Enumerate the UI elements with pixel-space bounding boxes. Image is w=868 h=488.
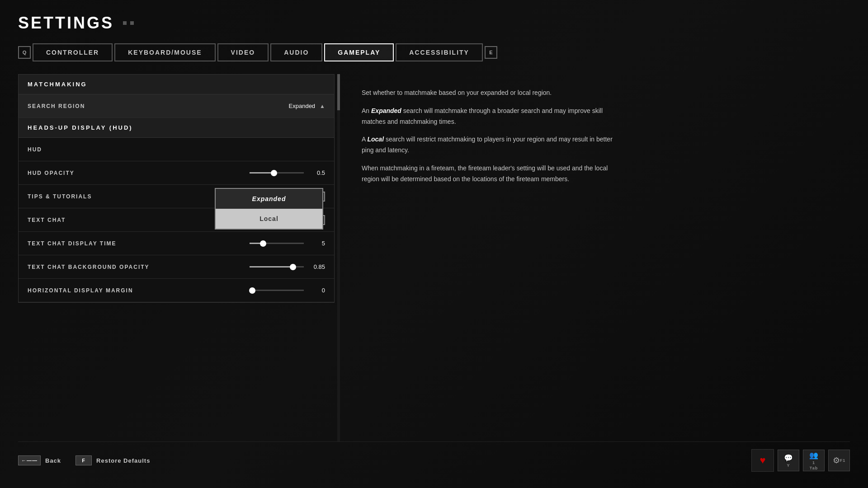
tab-audio[interactable]: AUDIO bbox=[270, 43, 322, 61]
tab-controller[interactable]: CONTROLLER bbox=[33, 43, 113, 61]
header: SETTINGS bbox=[18, 9, 850, 33]
setting-horizontal-display-margin: HORIZONTAL DISPLAY MARGIN 0 bbox=[19, 279, 334, 302]
restore-label: Restore Defaults bbox=[96, 457, 150, 464]
text-chat-bg-opacity-label: TEXT CHAT BACKGROUND OPACITY bbox=[28, 264, 150, 270]
text-chat-bg-opacity-slider[interactable]: 0.85 bbox=[250, 263, 325, 270]
text-chat-display-time-label: TEXT CHAT DISPLAY TIME bbox=[28, 240, 116, 247]
scrollbar[interactable] bbox=[337, 74, 340, 441]
text-chat-display-time-track bbox=[250, 243, 304, 244]
search-region-text: Expanded bbox=[289, 103, 316, 109]
players-icon: 👥 bbox=[809, 451, 818, 460]
restore-defaults-button[interactable]: F Restore Defaults bbox=[75, 455, 150, 465]
scrollbar-thumb[interactable] bbox=[337, 74, 340, 110]
right-panel: Set whether to matchmake based on your e… bbox=[335, 74, 850, 441]
tab-gameplay[interactable]: GAMEPLAY bbox=[324, 43, 394, 61]
dot-1 bbox=[123, 21, 127, 25]
setting-text-chat-bg-opacity: TEXT CHAT BACKGROUND OPACITY 0.85 bbox=[19, 255, 334, 279]
setting-text-chat-display-time: TEXT CHAT DISPLAY TIME 5 bbox=[19, 232, 334, 255]
left-panel: MATCHMAKING SEARCH REGION Expanded ▲ HEA… bbox=[18, 74, 335, 441]
tab-key-label: Tab bbox=[810, 466, 818, 470]
hud-opacity-thumb[interactable] bbox=[271, 170, 277, 176]
left-key-badge: Q bbox=[18, 46, 31, 59]
text-chat-display-time-slider[interactable]: 5 bbox=[250, 240, 325, 247]
hud-opacity-value: 0.5 bbox=[309, 169, 325, 176]
text-chat-bg-opacity-value: 0.85 bbox=[309, 263, 325, 270]
heart-icon: ♥ bbox=[751, 449, 774, 472]
players-hud-button[interactable]: 👥 1 Tab bbox=[803, 450, 825, 471]
content-area: MATCHMAKING SEARCH REGION Expanded ▲ HEA… bbox=[18, 74, 850, 441]
horizontal-display-margin-value: 0 bbox=[309, 287, 325, 294]
setting-hud: HUD bbox=[19, 138, 334, 161]
expanded-label: Expanded bbox=[371, 107, 401, 114]
setting-search-region[interactable]: SEARCH REGION Expanded ▲ bbox=[19, 94, 334, 118]
search-region-value: Expanded ▲ bbox=[289, 103, 325, 109]
bottom-left: ←—— Back F Restore Defaults bbox=[18, 455, 150, 465]
search-region-label: SEARCH REGION bbox=[28, 103, 85, 109]
tab-keyboard-mouse[interactable]: KEYBOARD/MOUSE bbox=[114, 43, 215, 61]
section-matchmaking: MATCHMAKING bbox=[19, 75, 334, 94]
gear-icon: ⚙ bbox=[833, 455, 840, 465]
text-chat-display-time-thumb[interactable] bbox=[260, 240, 266, 247]
horizontal-display-margin-label: HORIZONTAL DISPLAY MARGIN bbox=[28, 287, 133, 294]
tips-tutorials-label: TIPS & TUTORIALS bbox=[28, 193, 92, 200]
search-region-arrow: ▲ bbox=[320, 103, 325, 109]
hud-opacity-slider[interactable]: 0.5 bbox=[250, 169, 325, 176]
back-key-icon: ←—— bbox=[18, 455, 41, 465]
f1-key-label: F1 bbox=[840, 458, 846, 463]
tab-video[interactable]: VIDEO bbox=[217, 43, 269, 61]
text-chat-bg-opacity-thumb[interactable] bbox=[290, 264, 296, 270]
dropdown-option-expanded[interactable]: Expanded bbox=[216, 189, 322, 209]
bottom-bar: ←—— Back F Restore Defaults ♥ 💬 Y 👥 1 Ta… bbox=[18, 441, 850, 479]
hud-opacity-fill bbox=[250, 172, 274, 174]
help-fireteam: When matchmaking in a fireteam, the fire… bbox=[362, 163, 624, 185]
help-expanded: An Expanded search will matchmake throug… bbox=[362, 106, 624, 127]
dropdown-popup: Expanded Local bbox=[215, 188, 323, 230]
local-label: Local bbox=[367, 136, 384, 143]
horizontal-display-margin-track bbox=[250, 290, 304, 291]
text-chat-bg-opacity-track bbox=[250, 266, 304, 267]
text-chat-display-time-value: 5 bbox=[309, 240, 325, 247]
back-button[interactable]: ←—— Back bbox=[18, 455, 61, 465]
dot-2 bbox=[130, 21, 134, 25]
tab-accessibility[interactable]: ACCESSIBILITY bbox=[396, 43, 483, 61]
players-count: 1 bbox=[812, 460, 815, 465]
hud-opacity-label: HUD OPACITY bbox=[28, 170, 75, 176]
dropdown-option-local[interactable]: Local bbox=[216, 209, 322, 229]
gear-button[interactable]: ⚙ F1 bbox=[828, 450, 850, 471]
help-text: Set whether to matchmake based on your e… bbox=[362, 88, 624, 185]
help-local: A Local search will restrict matchmaking… bbox=[362, 134, 624, 156]
header-dots bbox=[123, 21, 134, 25]
section-hud: HEADS-UP DISPLAY (HUD) bbox=[19, 118, 334, 138]
chat-icon: 💬 bbox=[784, 454, 793, 462]
restore-key-icon: F bbox=[75, 455, 92, 465]
help-intro: Set whether to matchmake based on your e… bbox=[362, 88, 624, 99]
y-key-label: Y bbox=[787, 463, 790, 468]
text-chat-bg-opacity-fill bbox=[250, 266, 293, 267]
bottom-right: ♥ 💬 Y 👥 1 Tab ⚙ F1 bbox=[751, 449, 850, 472]
horizontal-display-margin-thumb[interactable] bbox=[249, 287, 255, 294]
right-key-badge: E bbox=[485, 46, 497, 59]
setting-hud-opacity: HUD OPACITY 0.5 bbox=[19, 161, 334, 185]
text-chat-label: TEXT CHAT bbox=[28, 217, 66, 223]
nav-tabs: Q CONTROLLER KEYBOARD/MOUSE VIDEO AUDIO … bbox=[18, 43, 850, 61]
hud-opacity-track bbox=[250, 172, 304, 174]
back-label: Back bbox=[45, 457, 61, 464]
horizontal-display-margin-slider[interactable]: 0 bbox=[250, 287, 325, 294]
hud-label: HUD bbox=[28, 146, 42, 153]
page-title: SETTINGS bbox=[18, 14, 114, 33]
chat-hud-button[interactable]: 💬 Y bbox=[778, 450, 799, 471]
